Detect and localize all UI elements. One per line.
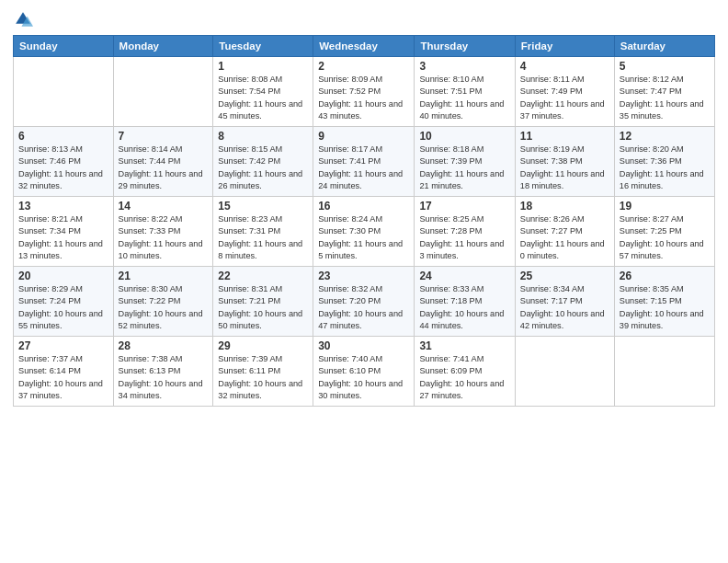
day-info: Sunrise: 7:39 AM Sunset: 6:11 PM Dayligh…: [218, 353, 308, 402]
calendar-cell: 9Sunrise: 8:17 AM Sunset: 7:41 PM Daylig…: [313, 127, 415, 197]
day-number: 23: [318, 270, 409, 282]
day-info: Sunrise: 8:29 AM Sunset: 7:24 PM Dayligh…: [18, 283, 108, 332]
day-info: Sunrise: 8:19 AM Sunset: 7:38 PM Dayligh…: [520, 144, 609, 192]
day-number: 29: [218, 339, 308, 352]
day-number: 17: [419, 200, 509, 213]
day-number: 1: [218, 60, 308, 73]
day-info: Sunrise: 8:30 AM Sunset: 7:22 PM Dayligh…: [119, 283, 209, 332]
weekday-header-wednesday: Wednesday: [313, 36, 415, 57]
calendar-cell: 19Sunrise: 8:27 AM Sunset: 7:25 PM Dayli…: [614, 197, 714, 267]
calendar-cell: 23Sunrise: 8:32 AM Sunset: 7:20 PM Dayli…: [313, 267, 415, 337]
day-number: 14: [119, 200, 209, 213]
calendar-cell: 4Sunrise: 8:11 AM Sunset: 7:49 PM Daylig…: [515, 57, 614, 127]
calendar-cell: 11Sunrise: 8:19 AM Sunset: 7:38 PM Dayli…: [515, 127, 614, 197]
day-info: Sunrise: 8:20 AM Sunset: 7:36 PM Dayligh…: [620, 144, 710, 192]
day-info: Sunrise: 8:25 AM Sunset: 7:28 PM Dayligh…: [419, 213, 509, 262]
day-number: 28: [119, 339, 209, 352]
day-number: 13: [18, 200, 108, 213]
day-number: 15: [218, 200, 308, 213]
calendar-cell: 2Sunrise: 8:09 AM Sunset: 7:52 PM Daylig…: [313, 57, 415, 127]
calendar-cell: 3Sunrise: 8:10 AM Sunset: 7:51 PM Daylig…: [415, 57, 515, 127]
day-number: 12: [620, 130, 710, 143]
logo-icon: [13, 9, 33, 29]
week-row-5: 27Sunrise: 7:37 AM Sunset: 6:14 PM Dayli…: [14, 337, 715, 407]
day-number: 24: [419, 270, 509, 282]
day-info: Sunrise: 8:31 AM Sunset: 7:21 PM Dayligh…: [218, 283, 308, 332]
day-info: Sunrise: 7:38 AM Sunset: 6:13 PM Dayligh…: [119, 353, 209, 402]
header: [13, 9, 715, 29]
calendar-cell: 16Sunrise: 8:24 AM Sunset: 7:30 PM Dayli…: [313, 197, 415, 267]
week-row-2: 6Sunrise: 8:13 AM Sunset: 7:46 PM Daylig…: [14, 127, 715, 197]
calendar-cell: 26Sunrise: 8:35 AM Sunset: 7:15 PM Dayli…: [614, 267, 714, 337]
calendar-cell: 14Sunrise: 8:22 AM Sunset: 7:33 PM Dayli…: [113, 197, 213, 267]
week-row-4: 20Sunrise: 8:29 AM Sunset: 7:24 PM Dayli…: [14, 267, 715, 337]
calendar-cell: 28Sunrise: 7:38 AM Sunset: 6:13 PM Dayli…: [113, 337, 213, 407]
calendar-cell: 31Sunrise: 7:41 AM Sunset: 6:09 PM Dayli…: [415, 337, 515, 407]
day-info: Sunrise: 8:26 AM Sunset: 7:27 PM Dayligh…: [520, 213, 609, 262]
day-number: 5: [620, 60, 710, 73]
calendar-cell: 25Sunrise: 8:34 AM Sunset: 7:17 PM Dayli…: [515, 267, 614, 337]
weekday-header-saturday: Saturday: [614, 36, 714, 57]
calendar-cell: 17Sunrise: 8:25 AM Sunset: 7:28 PM Dayli…: [415, 197, 515, 267]
day-number: 18: [520, 200, 609, 213]
day-info: Sunrise: 8:21 AM Sunset: 7:34 PM Dayligh…: [18, 213, 108, 262]
weekday-header-friday: Friday: [515, 36, 614, 57]
day-info: Sunrise: 8:24 AM Sunset: 7:30 PM Dayligh…: [318, 213, 409, 262]
day-info: Sunrise: 8:12 AM Sunset: 7:47 PM Dayligh…: [620, 74, 710, 122]
week-row-1: 1Sunrise: 8:08 AM Sunset: 7:54 PM Daylig…: [14, 57, 715, 127]
day-info: Sunrise: 8:11 AM Sunset: 7:49 PM Dayligh…: [520, 74, 609, 122]
day-number: 30: [318, 339, 409, 352]
calendar-cell: [113, 57, 213, 127]
day-number: 20: [18, 270, 108, 282]
calendar-cell: 24Sunrise: 8:33 AM Sunset: 7:18 PM Dayli…: [415, 267, 515, 337]
day-number: 8: [218, 130, 308, 143]
calendar-cell: 21Sunrise: 8:30 AM Sunset: 7:22 PM Dayli…: [113, 267, 213, 337]
day-number: 25: [520, 270, 609, 282]
page: SundayMondayTuesdayWednesdayThursdayFrid…: [0, 0, 728, 563]
day-number: 7: [119, 130, 209, 143]
day-info: Sunrise: 8:35 AM Sunset: 7:15 PM Dayligh…: [620, 283, 710, 332]
day-number: 11: [520, 130, 609, 143]
day-info: Sunrise: 8:14 AM Sunset: 7:44 PM Dayligh…: [119, 144, 209, 192]
day-info: Sunrise: 8:17 AM Sunset: 7:41 PM Dayligh…: [318, 144, 409, 192]
day-info: Sunrise: 8:32 AM Sunset: 7:20 PM Dayligh…: [318, 283, 409, 332]
day-info: Sunrise: 8:22 AM Sunset: 7:33 PM Dayligh…: [119, 213, 209, 262]
day-number: 4: [520, 60, 609, 73]
day-number: 6: [18, 130, 108, 143]
calendar-cell: 22Sunrise: 8:31 AM Sunset: 7:21 PM Dayli…: [213, 267, 313, 337]
weekday-header-monday: Monday: [113, 36, 213, 57]
day-info: Sunrise: 7:37 AM Sunset: 6:14 PM Dayligh…: [18, 353, 108, 402]
calendar-cell: 7Sunrise: 8:14 AM Sunset: 7:44 PM Daylig…: [113, 127, 213, 197]
day-number: 19: [620, 200, 710, 213]
calendar-cell: 6Sunrise: 8:13 AM Sunset: 7:46 PM Daylig…: [14, 127, 114, 197]
day-info: Sunrise: 8:34 AM Sunset: 7:17 PM Dayligh…: [520, 283, 609, 332]
calendar-cell: 18Sunrise: 8:26 AM Sunset: 7:27 PM Dayli…: [515, 197, 614, 267]
week-row-3: 13Sunrise: 8:21 AM Sunset: 7:34 PM Dayli…: [14, 197, 715, 267]
day-info: Sunrise: 8:23 AM Sunset: 7:31 PM Dayligh…: [218, 213, 308, 262]
day-info: Sunrise: 8:13 AM Sunset: 7:46 PM Dayligh…: [18, 144, 108, 192]
day-number: 22: [218, 270, 308, 282]
calendar-cell: 5Sunrise: 8:12 AM Sunset: 7:47 PM Daylig…: [614, 57, 714, 127]
day-info: Sunrise: 8:08 AM Sunset: 7:54 PM Dayligh…: [218, 74, 308, 122]
day-info: Sunrise: 8:09 AM Sunset: 7:52 PM Dayligh…: [318, 74, 409, 122]
logo: [13, 9, 35, 29]
calendar-cell: [14, 57, 114, 127]
calendar-table: SundayMondayTuesdayWednesdayThursdayFrid…: [13, 35, 715, 407]
day-info: Sunrise: 8:33 AM Sunset: 7:18 PM Dayligh…: [419, 283, 509, 332]
weekday-header-row: SundayMondayTuesdayWednesdayThursdayFrid…: [14, 36, 715, 57]
day-number: 27: [18, 339, 108, 352]
day-info: Sunrise: 8:18 AM Sunset: 7:39 PM Dayligh…: [419, 144, 509, 192]
calendar-cell: [515, 337, 614, 407]
day-number: 16: [318, 200, 409, 213]
calendar-cell: 20Sunrise: 8:29 AM Sunset: 7:24 PM Dayli…: [14, 267, 114, 337]
calendar-cell: 1Sunrise: 8:08 AM Sunset: 7:54 PM Daylig…: [213, 57, 313, 127]
day-number: 21: [119, 270, 209, 282]
day-info: Sunrise: 8:10 AM Sunset: 7:51 PM Dayligh…: [419, 74, 509, 122]
calendar-cell: 30Sunrise: 7:40 AM Sunset: 6:10 PM Dayli…: [313, 337, 415, 407]
calendar-cell: 27Sunrise: 7:37 AM Sunset: 6:14 PM Dayli…: [14, 337, 114, 407]
day-number: 9: [318, 130, 409, 143]
day-number: 3: [419, 60, 509, 73]
day-number: 10: [419, 130, 509, 143]
day-info: Sunrise: 8:27 AM Sunset: 7:25 PM Dayligh…: [620, 213, 710, 262]
day-info: Sunrise: 7:40 AM Sunset: 6:10 PM Dayligh…: [318, 353, 409, 402]
